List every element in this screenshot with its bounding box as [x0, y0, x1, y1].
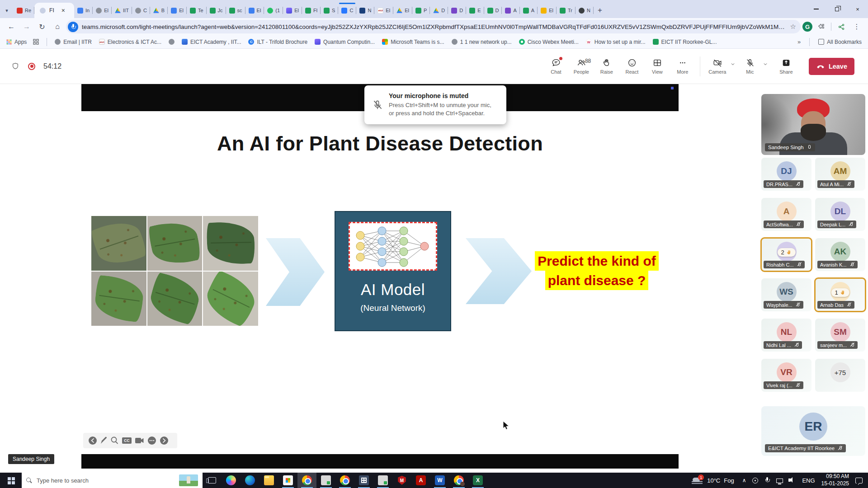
- new-tab-button[interactable]: +: [594, 4, 606, 17]
- volume-icon[interactable]: [788, 477, 796, 483]
- bookmark-item[interactable]: Cisco Webex Meeti...: [519, 39, 579, 45]
- browser-tab[interactable]: In: [74, 3, 93, 18]
- participant-tile[interactable]: AK Avanish K...: [815, 238, 865, 271]
- browser-tab[interactable]: sc: [226, 3, 245, 18]
- browser-tab[interactable]: N: [576, 3, 594, 18]
- browser-tab[interactable]: (1: [264, 3, 283, 18]
- taskbar-search[interactable]: Type here to search: [22, 473, 203, 488]
- bookmark-item[interactable]: eictElectronics & ICT Ac...: [99, 39, 161, 45]
- more-button[interactable]: More: [670, 56, 695, 76]
- bookmark-item[interactable]: Microsoft Teams is s...: [382, 39, 444, 45]
- people-button[interactable]: 88 People: [569, 56, 594, 76]
- participant-tile[interactable]: DJ DR.PRAS...: [761, 158, 811, 191]
- participant-tile[interactable]: AD 1 Arnab Das: [815, 278, 865, 311]
- bookmark-item[interactable]: EICT IIT Roorkee-GL...: [653, 39, 717, 45]
- mcafee-taskbar-icon[interactable]: M: [392, 473, 411, 488]
- word-taskbar-icon[interactable]: W: [430, 473, 449, 488]
- browser-tab[interactable]: El: [93, 3, 112, 18]
- browser-tab[interactable]: D: [430, 3, 448, 18]
- hp-taskbar-icon[interactable]: [373, 473, 392, 488]
- close-button[interactable]: ×: [847, 0, 868, 18]
- tray-expand-chevron[interactable]: ∧: [742, 477, 746, 483]
- weather-widget[interactable]: 1 10°C Fog: [690, 477, 736, 484]
- browser-tab[interactable]: D: [484, 3, 502, 18]
- reload-button[interactable]: ↻: [35, 20, 49, 33]
- bookmark-item[interactable]: Quantum Computin...: [315, 39, 375, 45]
- meeting-device-icon[interactable]: [752, 478, 758, 483]
- hp-taskbar-icon[interactable]: [316, 473, 335, 488]
- action-center-icon[interactable]: [855, 478, 863, 483]
- browser-menu-icon[interactable]: ⋮: [850, 20, 863, 33]
- grammarly-extension-icon[interactable]: G: [802, 22, 812, 32]
- start-button[interactable]: [0, 473, 22, 488]
- clock[interactable]: 09:50 AM 15-01-2025: [821, 473, 849, 487]
- bookmark-item[interactable]: Email | IITR: [55, 39, 91, 45]
- chrome-taskbar-icon[interactable]: [335, 473, 354, 488]
- minimize-button[interactable]: [806, 0, 826, 18]
- view-button[interactable]: View: [645, 56, 670, 76]
- participant-tile-footer[interactable]: ER E&ICT Academy IIT Roorkee: [761, 406, 865, 456]
- browser-tab[interactable]: C: [338, 3, 356, 18]
- browser-tab[interactable]: P: [412, 3, 430, 18]
- bookmarks-overflow-chevron[interactable]: »: [797, 38, 801, 45]
- browser-tab[interactable]: El: [393, 3, 412, 18]
- share-nodes-icon[interactable]: [835, 20, 848, 33]
- bookmark-item[interactable]: 1 1 new network up...: [452, 39, 512, 45]
- participant-tile[interactable]: +75: [815, 359, 865, 392]
- all-bookmarks-button[interactable]: All Bookmarks: [818, 39, 862, 45]
- browser-tab[interactable]: A: [502, 3, 519, 18]
- apps-shortcut[interactable]: Apps: [6, 39, 27, 45]
- store-taskbar-icon[interactable]: [278, 473, 297, 488]
- leave-button[interactable]: Leave: [809, 58, 854, 75]
- reading-list-icon[interactable]: [33, 39, 39, 45]
- presenter-video-tile[interactable]: Sandeep Singh: [761, 94, 865, 155]
- close-tab-icon[interactable]: ×: [61, 7, 65, 14]
- tray-mic-icon[interactable]: [764, 477, 771, 483]
- restore-button[interactable]: [826, 0, 847, 18]
- browser-tab[interactable]: S: [321, 3, 338, 18]
- browser-tab[interactable]: D: [448, 3, 466, 18]
- address-bar[interactable]: teams.microsoft.com/light-meetings/launc…: [66, 20, 801, 33]
- chrome-taskbar-icon[interactable]: [449, 473, 468, 488]
- tab-search-button[interactable]: ▾: [0, 3, 14, 18]
- participant-tile[interactable]: WS Wayphale...: [761, 278, 811, 311]
- mic-options-chevron[interactable]: [763, 61, 770, 69]
- chat-button[interactable]: Chat: [543, 56, 569, 76]
- camera-options-chevron[interactable]: [730, 61, 737, 69]
- mic-permission-icon[interactable]: [68, 22, 78, 32]
- react-button[interactable]: React: [619, 56, 645, 76]
- browser-tab[interactable]: IIT: [112, 3, 132, 18]
- raise-hand-button[interactable]: Raise: [594, 56, 619, 76]
- home-button[interactable]: ⌂: [51, 20, 64, 33]
- browser-tab[interactable]: El: [283, 3, 302, 18]
- browser-tab[interactable]: Te: [187, 3, 207, 18]
- browser-tab[interactable]: N: [356, 3, 374, 18]
- browser-tab[interactable]: Tr: [557, 3, 576, 18]
- copilot-taskbar-icon[interactable]: [222, 473, 241, 488]
- extensions-icon[interactable]: [814, 20, 828, 33]
- browser-tab[interactable]: eictEl: [374, 3, 393, 18]
- participant-tile[interactable]: DL Deepak L...: [815, 198, 865, 231]
- browser-tab[interactable]: Fl: [302, 3, 321, 18]
- browser-tab[interactable]: E: [466, 3, 484, 18]
- share-button[interactable]: Share: [774, 56, 799, 76]
- participant-tile[interactable]: AM Atul A Mi...: [815, 158, 865, 191]
- bookmark-item[interactable]: [169, 39, 175, 45]
- camera-button[interactable]: Camera: [705, 56, 730, 76]
- participant-tile[interactable]: NL Nidhi Lal ...: [761, 319, 811, 352]
- active-tab[interactable]: FI×: [34, 3, 74, 18]
- browser-tab[interactable]: El: [168, 3, 187, 18]
- excel-taskbar-icon[interactable]: X: [468, 473, 487, 488]
- language-indicator[interactable]: ENG: [802, 477, 815, 484]
- calc-taskbar-icon[interactable]: [354, 473, 373, 488]
- explorer-taskbar-icon[interactable]: [259, 473, 278, 488]
- back-button[interactable]: ←: [5, 20, 18, 33]
- bookmark-item[interactable]: EICT Academy , IIT...: [182, 39, 241, 45]
- browser-tab[interactable]: A: [520, 3, 538, 18]
- participant-tile[interactable]: A ActSoftwa...: [761, 198, 811, 231]
- network-icon[interactable]: [776, 479, 783, 483]
- bookmark-item[interactable]: CILT - Trifold Brochure: [248, 39, 307, 45]
- browser-tab[interactable]: El: [245, 3, 264, 18]
- browser-tab[interactable]: Jc: [207, 3, 226, 18]
- browser-tab[interactable]: El: [538, 3, 557, 18]
